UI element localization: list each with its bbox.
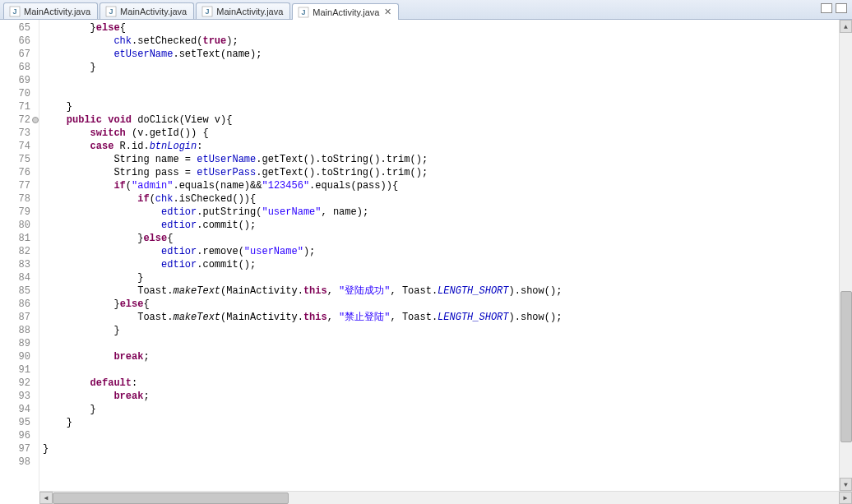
code-line[interactable]: } — [43, 100, 832, 113]
line-number: 67 — [0, 48, 30, 61]
scroll-up-button[interactable]: ▲ — [840, 20, 852, 33]
scroll-right-button[interactable]: ▶ — [839, 492, 852, 504]
editor-tab-1[interactable]: J MainActivity.java — [100, 2, 194, 19]
line-number: 94 — [0, 403, 30, 416]
line-number: 84 — [0, 271, 30, 284]
code-line[interactable] — [43, 429, 832, 442]
editor-tab-2[interactable]: J MainActivity.java — [196, 2, 290, 19]
line-number: 87 — [0, 311, 30, 324]
line-number: 95 — [0, 416, 30, 429]
svg-text:J: J — [206, 7, 210, 16]
code-line[interactable]: public void doClick(View v){ — [43, 113, 832, 127]
line-number: 79 — [0, 206, 30, 219]
code-line[interactable]: edtior.commit(); — [43, 258, 832, 271]
code-line[interactable]: edtior.commit(); — [43, 219, 832, 232]
line-number: 65 — [0, 21, 30, 35]
line-number: 77 — [0, 179, 30, 192]
line-number: 66 — [0, 35, 30, 48]
code-line[interactable]: } — [43, 403, 832, 416]
code-line[interactable]: } — [43, 442, 832, 455]
code-line[interactable] — [43, 455, 832, 469]
scroll-left-button[interactable]: ◀ — [39, 492, 53, 504]
code-line[interactable]: switch (v.getId()) { — [43, 127, 832, 140]
code-line[interactable]: } — [43, 324, 832, 337]
line-number: 92 — [0, 377, 30, 390]
code-line[interactable]: } — [43, 271, 832, 284]
line-number: 83 — [0, 258, 30, 271]
line-number: 75 — [0, 153, 30, 166]
code-line[interactable]: case R.id.btnLogin: — [43, 140, 832, 153]
line-number: 81 — [0, 232, 30, 245]
code-line[interactable]: }else{ — [43, 232, 832, 245]
line-number: 69 — [0, 74, 30, 87]
editor-tab-3[interactable]: J MainActivity.java ✕ — [292, 3, 399, 20]
line-number: 78 — [0, 192, 30, 206]
line-number: 76 — [0, 166, 30, 179]
code-line[interactable]: Toast.makeText(MainActivity.this, "登陆成功"… — [43, 284, 832, 298]
code-line[interactable] — [43, 74, 832, 87]
code-line[interactable]: } — [43, 61, 832, 74]
annotation-column — [832, 20, 839, 491]
hscroll-track[interactable] — [53, 492, 839, 504]
override-marker-icon[interactable] — [32, 117, 39, 123]
line-number: 71 — [0, 100, 30, 113]
java-file-icon: J — [105, 6, 117, 17]
line-number: 82 — [0, 245, 30, 258]
code-line[interactable]: if("admin".equals(name)&&"123456".equals… — [43, 179, 832, 192]
java-file-icon: J — [298, 7, 309, 18]
line-number: 73 — [0, 127, 30, 140]
close-tab-icon[interactable]: ✕ — [384, 7, 391, 17]
line-number: 97 — [0, 442, 30, 455]
java-file-icon: J — [201, 6, 213, 17]
line-number-gutter[interactable]: 6566676869707172737475767778798081828384… — [0, 20, 39, 491]
tab-bar: J MainActivity.java J MainActivity.java … — [0, 0, 852, 20]
code-line[interactable]: }else{ — [43, 298, 832, 311]
tab-label: MainActivity.java — [216, 7, 283, 16]
code-line[interactable]: edtior.putString("userName", name); — [43, 206, 832, 219]
vscroll-track[interactable] — [840, 33, 852, 478]
line-number: 72 — [0, 113, 30, 127]
code-line[interactable] — [43, 363, 832, 377]
code-line[interactable]: etUserName.setText(name); — [43, 48, 832, 61]
code-line[interactable]: } — [43, 416, 832, 429]
line-number: 85 — [0, 284, 30, 298]
line-number: 89 — [0, 337, 30, 350]
vscroll-thumb[interactable] — [840, 291, 852, 442]
line-number: 70 — [0, 87, 30, 100]
editor-tab-0[interactable]: J MainActivity.java — [3, 2, 98, 19]
code-line[interactable]: break; — [43, 390, 832, 403]
code-line[interactable]: break; — [43, 350, 832, 363]
code-line[interactable]: Toast.makeText(MainActivity.this, "禁止登陆"… — [43, 311, 832, 324]
svg-text:J: J — [12, 7, 16, 16]
line-number: 90 — [0, 350, 30, 363]
minimize-button[interactable] — [821, 3, 832, 13]
hscroll-thumb[interactable] — [53, 492, 289, 504]
scroll-down-button[interactable]: ▼ — [840, 478, 852, 491]
line-number: 74 — [0, 140, 30, 153]
svg-text:J: J — [109, 7, 113, 16]
code-line[interactable]: chk.setChecked(true); — [43, 35, 832, 48]
code-line[interactable]: default: — [43, 377, 832, 390]
code-line[interactable]: String pass = etUserPass.getText().toStr… — [43, 166, 832, 179]
tab-label: MainActivity.java — [24, 7, 90, 16]
line-number: 80 — [0, 219, 30, 232]
code-line[interactable] — [43, 337, 832, 350]
maximize-button[interactable] — [836, 3, 847, 13]
line-number: 68 — [0, 61, 30, 74]
line-number: 88 — [0, 324, 30, 337]
tab-label: MainActivity.java — [120, 7, 187, 16]
code-line[interactable] — [43, 87, 832, 100]
code-editor[interactable]: }else{ chk.setChecked(true); etUserName.… — [39, 20, 832, 491]
code-line[interactable]: String name = etUserName.getText().toStr… — [43, 153, 832, 166]
vertical-scrollbar[interactable]: ▲ ▼ — [839, 20, 852, 491]
code-line[interactable]: if(chk.isChecked()){ — [43, 192, 832, 206]
svg-text:J: J — [302, 8, 306, 16]
horizontal-scrollbar[interactable]: ◀ ▶ — [39, 491, 852, 504]
java-file-icon: J — [9, 6, 21, 17]
code-line[interactable]: edtior.remove("userName"); — [43, 245, 832, 258]
line-number: 91 — [0, 363, 30, 377]
tab-label: MainActivity.java — [313, 7, 379, 17]
code-line[interactable]: }else{ — [43, 21, 832, 35]
window-controls — [821, 3, 847, 13]
line-number: 86 — [0, 298, 30, 311]
